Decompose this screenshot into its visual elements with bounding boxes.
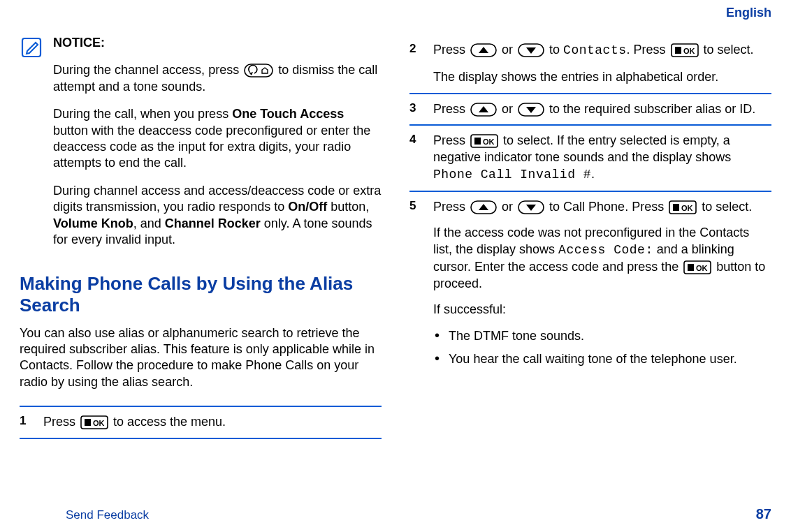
- step-number: 2: [409, 42, 422, 86]
- step-body: Press to select. If the entry selected i…: [433, 133, 771, 183]
- ok-button-icon: [669, 200, 697, 214]
- text: . Press: [627, 43, 669, 57]
- list-item: The DTMF tone sounds.: [435, 328, 771, 344]
- step-number: 4: [409, 133, 422, 183]
- bullet-list: The DTMF tone sounds. You hear the call …: [433, 328, 771, 368]
- step-number: 5: [409, 199, 422, 375]
- step-5: 5 Press or to Call Phone. Press to selec…: [409, 191, 771, 382]
- back-home-button-icon: [244, 64, 273, 77]
- bold-text: Channel Rocker: [165, 216, 261, 230]
- up-button-icon: [470, 200, 497, 214]
- step-body: Press or to Contacts. Press to select. T…: [433, 42, 771, 86]
- notice-icon: [20, 36, 43, 259]
- step-text: The display shows the entries in alphabe…: [433, 69, 771, 86]
- notice-p3: During channel access and access/deacces…: [53, 183, 382, 249]
- step-4: 4 Press to select. If the entry selected…: [409, 124, 771, 190]
- step-number: 1: [20, 414, 32, 431]
- step-text: Press or to the required subscriber alia…: [433, 101, 771, 118]
- lcd-text: Phone Call Invalid #: [433, 168, 591, 182]
- lcd-text: Contacts: [563, 43, 626, 57]
- section-heading: Making Phone Calls by Using the Alias Se…: [20, 273, 382, 316]
- notice-body: NOTICE: During the channel access, press…: [53, 35, 382, 259]
- text: button,: [327, 200, 369, 214]
- step-text: Press to select. If the entry selected i…: [433, 133, 771, 183]
- section-intro: You can also use alias or alphanumeric s…: [20, 325, 382, 391]
- text: to access the menu.: [113, 415, 226, 429]
- content-columns: NOTICE: During the channel access, press…: [20, 35, 771, 496]
- ok-button-icon: [683, 260, 711, 274]
- ok-button-icon: [470, 134, 498, 148]
- step-text: If the access code was not preconfigured…: [433, 225, 771, 292]
- text: Press: [43, 415, 79, 429]
- notice-block: NOTICE: During the channel access, press…: [20, 35, 382, 259]
- text: Press: [433, 43, 469, 57]
- step-2: 2 Press or to Contacts. Press to select.…: [409, 35, 771, 93]
- step-text: If successful:: [433, 302, 771, 318]
- text: to Call Phone. Press: [549, 200, 667, 214]
- text: .: [591, 167, 595, 181]
- notice-p2: During the call, when you press One Touc…: [53, 106, 382, 172]
- text: Press: [433, 133, 469, 147]
- text: or: [502, 43, 516, 57]
- text: , and: [133, 216, 165, 230]
- text: During the call, when you press: [53, 107, 232, 121]
- down-button-icon: [518, 103, 544, 117]
- step-text: Press to access the menu.: [43, 414, 382, 431]
- text: or: [502, 102, 516, 116]
- step-number: 3: [409, 101, 422, 118]
- notice-title: NOTICE:: [53, 35, 382, 51]
- text: Press: [433, 200, 469, 214]
- language-label: English: [726, 6, 771, 20]
- up-button-icon: [470, 103, 497, 117]
- step-3: 3 Press or to the required subscriber al…: [409, 93, 771, 125]
- send-feedback-link[interactable]: Send Feedback: [66, 508, 149, 522]
- down-button-icon: [518, 43, 544, 57]
- step-1: 1 Press to access the menu.: [20, 406, 382, 439]
- step-body: Press to access the menu.: [43, 414, 382, 431]
- left-column: NOTICE: During the channel access, press…: [20, 35, 382, 496]
- list-item: You hear the call waiting tone of the te…: [435, 351, 771, 367]
- text: During the channel access, press: [53, 63, 242, 77]
- bold-text: One Touch Access: [232, 107, 344, 121]
- step-body: Press or to Call Phone. Press to select.…: [433, 199, 771, 375]
- notice-p1: During the channel access, press to dism…: [53, 62, 382, 95]
- text: Press: [433, 102, 469, 116]
- step-text: Press or to Call Phone. Press to select.: [433, 199, 771, 216]
- page-number: 87: [756, 506, 771, 522]
- ok-button-icon: [80, 415, 108, 429]
- text: button with the deaccess code preconfigu…: [53, 124, 370, 170]
- text: to the required subscriber alias or ID.: [549, 102, 755, 116]
- step-text: Press or to Contacts. Press to select.: [433, 42, 771, 59]
- page: English NOTICE: During the channel acces…: [0, 0, 791, 532]
- text: to: [549, 43, 563, 57]
- text: or: [502, 200, 516, 214]
- text: to select.: [702, 200, 752, 214]
- lcd-text: Access Code:: [558, 243, 653, 257]
- bold-text: On/Off: [288, 200, 327, 214]
- bold-text: Volume Knob: [53, 216, 133, 230]
- up-button-icon: [470, 43, 497, 57]
- down-button-icon: [518, 200, 544, 214]
- ok-button-icon: [671, 43, 699, 57]
- step-body: Press or to the required subscriber alia…: [433, 101, 771, 118]
- right-column: 2 Press or to Contacts. Press to select.…: [409, 35, 771, 496]
- text: to select.: [704, 43, 754, 57]
